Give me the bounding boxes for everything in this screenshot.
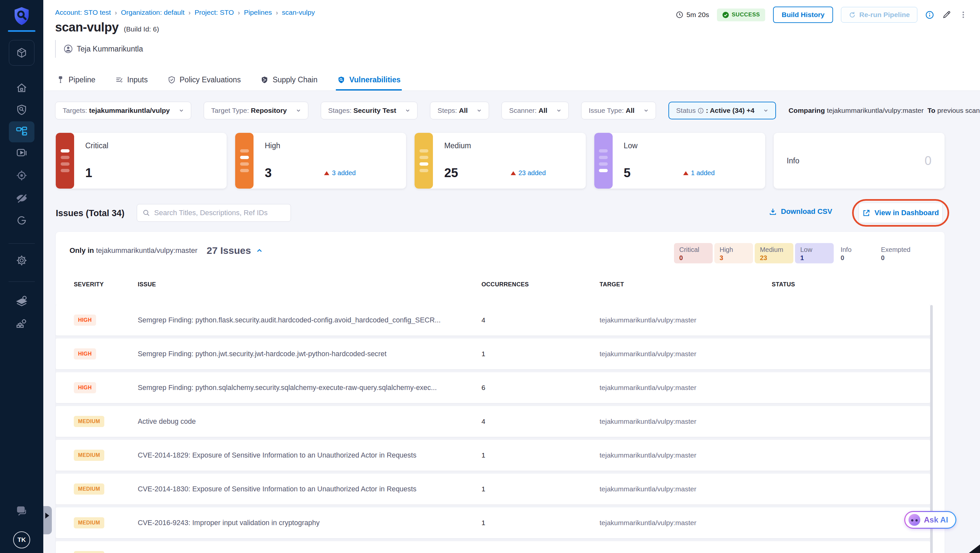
sto-logo[interactable] <box>13 6 30 26</box>
user-icon <box>64 44 73 54</box>
sidebar-item-targets[interactable] <box>16 169 28 182</box>
ask-ai-button[interactable]: Ask AI <box>904 511 956 529</box>
help-chat-icon[interactable]: ? <box>16 505 28 518</box>
severity-badge: HIGH <box>74 315 96 326</box>
table-row[interactable]: HIGH Semgrep Finding: python.sqlalchemy.… <box>56 372 930 403</box>
build-id: (Build Id: 6) <box>124 25 159 33</box>
external-link-icon <box>862 209 870 217</box>
user-avatar[interactable]: TK <box>13 531 30 548</box>
chevron-right-icon: › <box>115 9 117 16</box>
author-name: Teja Kummarikuntla <box>77 44 143 54</box>
chevron-up-icon[interactable] <box>256 247 263 254</box>
filter-targets[interactable]: Targets: tejakummarikuntla/vulpy <box>55 102 191 119</box>
download-icon <box>769 208 777 216</box>
sidebar-item-pipelines-active[interactable] <box>9 121 35 142</box>
severity-badge: MEDIUM <box>74 551 104 553</box>
occurrences: 1 <box>482 485 600 493</box>
sidebar-expand-handle[interactable] <box>43 506 52 534</box>
clock-icon <box>676 11 684 19</box>
sidebar-item-home[interactable] <box>16 82 27 94</box>
chip-medium[interactable]: Medium23 <box>755 243 793 264</box>
table-row[interactable]: HIGH Semgrep Finding: python.flask.secur… <box>56 305 930 335</box>
kebab-menu-icon[interactable] <box>959 11 967 19</box>
added-triangle-icon <box>324 171 329 175</box>
table-row[interactable]: MEDIUM Active debug code 4 tejakummariku… <box>56 406 930 437</box>
chip-high[interactable]: High3 <box>714 243 753 264</box>
target: tejakummarikuntla/vulpy:master <box>600 350 772 358</box>
header-actions: 5m 20s SUCCESS Build History Re-run Pipe… <box>676 6 967 23</box>
rerun-pipeline-button[interactable]: Re-run Pipeline <box>841 7 917 23</box>
chip-exempted[interactable]: Exempted0 <box>876 243 916 264</box>
status-badge: SUCCESS <box>717 8 765 21</box>
breadcrumb-current[interactable]: scan-vulpy <box>282 8 315 16</box>
occurrences: 1 <box>482 350 600 358</box>
filter-steps[interactable]: Steps: All <box>430 102 489 119</box>
breadcrumb-project[interactable]: Project: STO <box>194 8 234 16</box>
filter-issue-type[interactable]: Issue Type: All <box>581 102 656 119</box>
severity-card-low[interactable]: Low 5 1 added <box>594 133 765 189</box>
tab-bar: Pipeline Inputs Policy Evaluations Suppl… <box>55 70 402 91</box>
sidebar-item-gauge[interactable] <box>16 215 27 226</box>
edit-pencil-icon[interactable] <box>942 10 951 19</box>
tab-supply-chain[interactable]: Supply Chain <box>259 70 319 91</box>
severity-badge: MEDIUM <box>74 450 104 461</box>
severity-card-info[interactable]: Info 0 <box>774 133 945 189</box>
added-triangle-icon <box>511 171 516 175</box>
tab-policy-evaluations[interactable]: Policy Evaluations <box>166 70 242 91</box>
sidebar-item-hidden-eye[interactable] <box>15 192 28 205</box>
chip-critical[interactable]: Critical0 <box>674 243 713 264</box>
filter-status[interactable]: Status : Active (34) +4 <box>668 102 776 119</box>
target: tejakummarikuntla/vulpy:master <box>600 316 772 324</box>
severity-badge: HIGH <box>74 382 96 393</box>
breadcrumb-pipelines[interactable]: Pipelines <box>244 8 272 16</box>
tab-inputs[interactable]: Inputs <box>114 70 149 91</box>
build-history-button[interactable]: Build History <box>773 6 833 23</box>
severity-card-high[interactable]: High 3 3 added <box>235 133 406 189</box>
severity-card-medium[interactable]: Medium 25 23 added <box>415 133 585 189</box>
target: tejakummarikuntla/vulpy:master <box>600 451 772 459</box>
sidebar-divider-accent <box>8 30 35 32</box>
filter-scanner[interactable]: Scanner: All <box>501 102 569 119</box>
info-icon[interactable] <box>925 11 934 19</box>
breadcrumb-org[interactable]: Organization: default <box>121 8 185 16</box>
policy-tab-icon <box>168 76 176 84</box>
breadcrumb-account[interactable]: Account: STO test <box>55 8 111 16</box>
chevron-down-icon <box>296 108 301 113</box>
table-row[interactable]: MEDIUM <box>56 541 930 553</box>
chevron-down-icon <box>643 108 649 113</box>
svg-text:?: ? <box>19 507 22 512</box>
vulnerabilities-tab-icon <box>337 76 345 84</box>
download-csv-button[interactable]: Download CSV <box>769 207 832 216</box>
table-row[interactable]: HIGH Semgrep Finding: python.jwt.securit… <box>56 338 930 369</box>
table-row[interactable]: MEDIUM CVE-2016-9243: Improper input val… <box>56 507 930 538</box>
chevron-right-icon: › <box>189 9 191 16</box>
sidebar-item-executions[interactable] <box>16 147 27 159</box>
sidebar-item-overview[interactable] <box>16 104 27 116</box>
mouse-cursor <box>969 545 980 553</box>
issues-total-title: Issues (Total 34) <box>56 208 125 218</box>
pipeline-tab-icon <box>56 76 65 84</box>
chip-low[interactable]: Low1 <box>795 243 834 264</box>
module-selector-cube-icon[interactable] <box>9 40 35 65</box>
search-input[interactable] <box>154 208 285 217</box>
chip-info[interactable]: Info0 <box>835 243 874 264</box>
tab-pipeline[interactable]: Pipeline <box>55 70 97 91</box>
severity-card-critical[interactable]: Critical 1 <box>56 133 227 189</box>
comparing-text: Comparing tejakummarikuntla/vulpy:master… <box>789 106 980 114</box>
target: tejakummarikuntla/vulpy:master <box>600 519 772 527</box>
sidebar-item-org-settings[interactable] <box>16 318 28 330</box>
tab-vulnerabilities[interactable]: Vulnerabilities <box>336 70 402 91</box>
sidebar-item-account-resources[interactable] <box>16 294 28 307</box>
occurrences: 4 <box>482 316 600 324</box>
filter-target-type[interactable]: Target Type: Repository <box>204 102 308 119</box>
table-header: SEVERITYISSUEOCCURRENCESTARGETSTATUS <box>56 281 930 288</box>
table-row[interactable]: MEDIUM CVE-2014-1830: Exposure of Sensit… <box>56 474 930 504</box>
filter-bar: Targets: tejakummarikuntla/vulpy Target … <box>55 102 980 119</box>
view-in-dashboard-button[interactable]: View in Dashboard <box>859 203 943 223</box>
high-severity-icon <box>235 133 253 189</box>
sidebar-item-settings[interactable] <box>16 254 28 267</box>
chevron-down-icon <box>405 108 410 113</box>
filter-stages[interactable]: Stages: Security Test <box>321 102 417 119</box>
table-row[interactable]: MEDIUM CVE-2014-1829: Exposure of Sensit… <box>56 440 930 471</box>
issue-title: CVE-2014-1830: Exposure of Sensitive Inf… <box>138 485 482 493</box>
